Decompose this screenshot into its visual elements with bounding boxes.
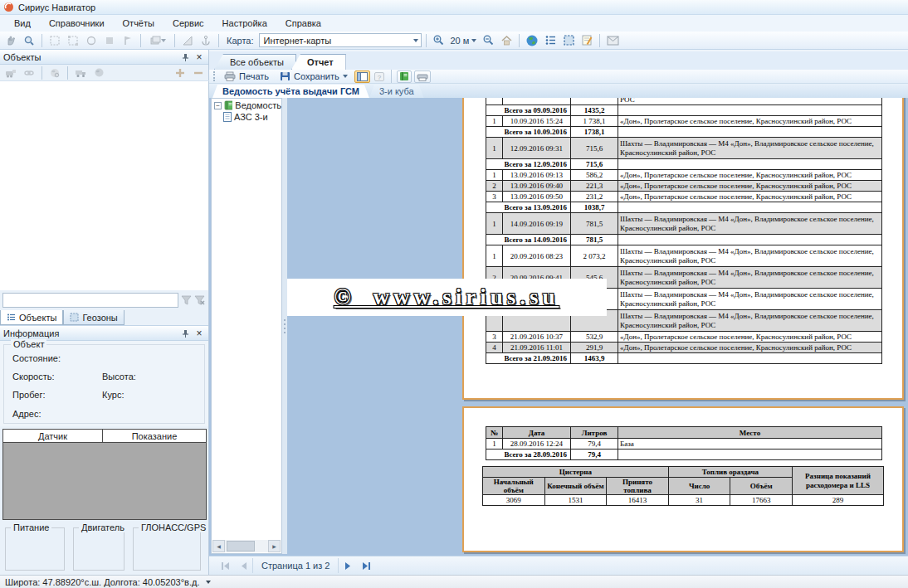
report-view-button[interactable] (397, 70, 412, 83)
table-cell (503, 98, 571, 105)
globe-icon[interactable] (524, 32, 540, 48)
toggle-parameters-button[interactable] (354, 70, 370, 83)
first-page-icon[interactable] (216, 558, 234, 573)
previous-page-icon[interactable] (234, 558, 252, 573)
clear-filter-icon[interactable] (194, 295, 205, 305)
table-cell: «Дон», Пролетарское сельское поселение, … (618, 192, 882, 202)
table-cell: 20.09.2016 08:23 (503, 245, 571, 267)
table-row: 128.09.2016 12:2479,4База (486, 439, 882, 450)
doc-tab-kuba[interactable]: 3-и куба (369, 85, 424, 98)
save-button[interactable]: Сохранить (276, 70, 352, 83)
flag-icon[interactable] (120, 32, 136, 48)
object-group-label: Объект (11, 339, 46, 349)
draw-geozone-icon[interactable] (46, 32, 63, 48)
tree-item-vedomost[interactable]: − Ведомость (212, 99, 281, 110)
svg-text:?: ? (377, 73, 381, 80)
close-icon[interactable]: × (193, 52, 205, 62)
accepted-fuel-header: Принято топлива (607, 478, 669, 495)
menu-spravochniki[interactable]: Справочники (40, 16, 114, 31)
tab-report[interactable]: Отчет (291, 54, 346, 70)
ruler-icon[interactable] (179, 32, 196, 48)
tree-item-azs[interactable]: АЗС 3-и (212, 110, 281, 122)
object-list-icon[interactable] (542, 32, 559, 48)
book-icon (399, 71, 409, 81)
menu-nastroyka[interactable]: Настройка (213, 16, 276, 31)
table-cell: Всего за 21.09.2016 (486, 353, 571, 364)
table-cell: Шахты — Владимировская — М4 «Дон», Влади… (618, 267, 882, 289)
menu-otchety[interactable]: Отчёты (114, 16, 164, 31)
main-toolbar: Карта: Интернет-карты 20 м (0, 32, 908, 50)
home-icon[interactable] (498, 32, 515, 48)
tab-objects[interactable]: Объекты (0, 310, 63, 325)
anchor-icon[interactable] (198, 32, 214, 48)
table-cell: РОС (618, 98, 882, 105)
power-label: Питание (11, 522, 51, 532)
report-toolbar: Печать Сохранить ? (209, 70, 908, 84)
scroll-right-icon[interactable]: ▶ (268, 540, 281, 552)
table-cell: База (618, 439, 882, 450)
edit-geozone-icon[interactable] (65, 32, 81, 48)
pan-hand-icon[interactable] (2, 32, 19, 48)
objects-list[interactable] (0, 81, 208, 290)
remove-icon[interactable] (190, 65, 207, 80)
zoom-level-select[interactable]: 20 м (449, 36, 479, 46)
square-geozone-icon[interactable] (101, 32, 118, 48)
scroll-left-icon[interactable]: ◀ (212, 540, 225, 552)
next-page-icon[interactable] (339, 558, 357, 573)
table-cell: 1 (486, 245, 503, 267)
table-row: Всего за 14.09.2016781,5 (486, 235, 882, 245)
table-cell: 2 073,2 (571, 245, 618, 267)
filter-icon[interactable] (181, 295, 192, 305)
window-title: Сириус Навигатор (18, 2, 95, 12)
help-button[interactable]: ? (373, 70, 386, 83)
map-select[interactable]: Интернет-карты (259, 33, 422, 47)
table-cell: 21.09.2016 11:01 (503, 343, 571, 353)
table-cell: 4 (486, 343, 503, 353)
table-cell: 1038,7 (571, 202, 618, 213)
search-icon[interactable] (21, 32, 37, 48)
status-dropdown-icon[interactable] (206, 581, 211, 584)
collapse-icon[interactable]: − (214, 102, 222, 109)
tab-all-objects[interactable]: Все объекты (214, 54, 296, 70)
table-cell (618, 235, 882, 245)
add-icon[interactable] (172, 65, 188, 80)
zoom-in-icon[interactable] (431, 32, 447, 48)
table-row: Всего за 21.09.20161463,9 (486, 353, 882, 364)
globe-small-icon[interactable] (90, 65, 107, 80)
doc-tab-kuba-label: 3-и куба (379, 86, 414, 96)
dispense-group-header: Топлив ораздача (668, 467, 792, 478)
table-cell: 79,4 (571, 439, 618, 450)
menu-spravka[interactable]: Справка (276, 16, 330, 31)
table-cell: Всего за 09.09.2016 (486, 105, 571, 116)
table-cell: 28.09.2016 12:24 (503, 439, 571, 450)
report-preview[interactable]: РОСВсего за 09.09.20161435,2110.09.2016 … (287, 98, 908, 556)
last-page-icon[interactable] (357, 558, 375, 573)
scrollbar-thumb[interactable] (227, 541, 255, 552)
print-button[interactable]: Печать (220, 70, 273, 83)
mileage-label: Пробег: (12, 390, 46, 400)
link-objects-icon[interactable] (21, 65, 37, 80)
tree-horizontal-scrollbar[interactable]: ◀ ▶ (212, 540, 281, 552)
circle-geozone-icon[interactable] (83, 32, 100, 48)
menu-vid[interactable]: Вид (5, 16, 40, 31)
pin-icon[interactable] (182, 53, 193, 61)
notes-icon[interactable] (578, 32, 595, 48)
print-preview-button[interactable] (414, 70, 431, 83)
geozone-panel-icon[interactable] (560, 32, 577, 48)
tab-geozones[interactable]: Геозоны (63, 310, 124, 325)
table-cell (618, 127, 882, 138)
add-object-icon[interactable] (2, 65, 19, 80)
sensor-table-body[interactable] (3, 443, 206, 519)
menu-servis[interactable]: Сервис (164, 16, 213, 31)
doc-tab-vedomost[interactable]: Ведомость учёта выдачи ГСМ (212, 85, 369, 98)
zoom-out-icon[interactable] (480, 32, 496, 48)
globe-search-icon[interactable] (46, 65, 63, 80)
pin-icon[interactable] (182, 329, 193, 338)
truck-icon[interactable] (72, 65, 89, 80)
save-icon (280, 71, 290, 81)
object-filter-input[interactable] (2, 293, 178, 308)
mail-icon[interactable] (604, 32, 621, 48)
layers-icon[interactable] (145, 32, 170, 48)
close-icon[interactable]: × (193, 328, 205, 338)
objects-panel-header: Объекты × (0, 50, 208, 65)
